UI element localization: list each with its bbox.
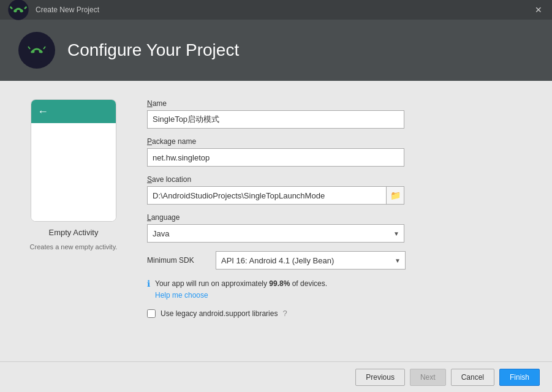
finish-button[interactable]: Finish [499, 369, 540, 386]
close-button[interactable]: ✕ [531, 4, 546, 16]
help-me-choose-link[interactable]: Help me choose [155, 291, 208, 300]
folder-button[interactable]: 📁 [386, 186, 404, 205]
header: Configure Your Project [0, 20, 552, 81]
activity-label: Empty Activity [49, 228, 99, 237]
save-location-group: Save location 📁 [147, 175, 527, 205]
sdk-select-wrapper: API 16: Android 4.1 (Jelly Bean) API 21:… [216, 251, 406, 270]
sdk-label: Minimum SDK [147, 256, 208, 265]
svg-point-5 [25, 38, 49, 62]
next-button: Next [410, 369, 446, 386]
info-icon: ℹ [147, 279, 150, 288]
checkbox-label[interactable]: Use legacy android.support libraries [161, 309, 278, 318]
header-title: Configure Your Project [67, 40, 239, 60]
package-label: Package name [147, 137, 527, 146]
save-location-input[interactable] [147, 186, 386, 205]
name-group: Name [147, 99, 527, 129]
footer: Previous Next Cancel Finish [0, 361, 552, 392]
phone-header: ← [31, 100, 116, 123]
info-content: Your app will run on approximately 99.8%… [155, 278, 327, 300]
svg-point-7 [39, 50, 42, 53]
right-panel: Name Package name Save location 📁 Langua [147, 99, 527, 343]
legacy-support-checkbox[interactable] [147, 309, 156, 318]
language-select-wrapper: Java Kotlin ▼ [147, 224, 404, 243]
android-studio-icon [6, 0, 31, 22]
save-location-row: 📁 [147, 186, 404, 205]
save-location-label: Save location [147, 175, 527, 184]
left-panel: ← Empty Activity Creates a new empty act… [25, 99, 123, 343]
title-bar: Create New Project ✕ [0, 0, 552, 20]
android-icon [23, 37, 50, 64]
cancel-button[interactable]: Cancel [451, 369, 494, 386]
title-bar-title: Create New Project [36, 6, 99, 14]
activity-desc: Creates a new empty activity. [30, 243, 118, 251]
svg-point-0 [8, 0, 28, 20]
checkbox-row: Use legacy android.support libraries ? [147, 309, 527, 318]
sdk-row: Minimum SDK API 16: Android 4.1 (Jelly B… [147, 251, 527, 270]
info-row: ℹ Your app will run on approximately 99.… [147, 278, 527, 300]
language-select[interactable]: Java Kotlin [147, 224, 404, 243]
previous-button[interactable]: Previous [355, 369, 405, 386]
name-label: Name [147, 99, 527, 108]
package-group: Package name [147, 137, 527, 167]
language-label: Language [147, 213, 527, 222]
svg-point-2 [20, 9, 23, 12]
name-input[interactable] [147, 110, 404, 129]
package-input[interactable] [147, 148, 404, 167]
info-text: Your app will run on approximately 99.8%… [155, 278, 327, 289]
title-bar-left: Create New Project [6, 0, 99, 22]
svg-point-1 [14, 9, 17, 12]
svg-point-6 [32, 50, 35, 53]
sdk-select[interactable]: API 16: Android 4.1 (Jelly Bean) API 21:… [216, 251, 406, 270]
header-logo [18, 32, 55, 69]
checkbox-help-icon[interactable]: ? [282, 309, 287, 318]
phone-preview: ← [31, 99, 116, 222]
back-arrow-icon: ← [37, 105, 48, 118]
language-group: Language Java Kotlin ▼ [147, 213, 527, 243]
main-content: ← Empty Activity Creates a new empty act… [0, 81, 552, 361]
phone-body [31, 123, 116, 222]
